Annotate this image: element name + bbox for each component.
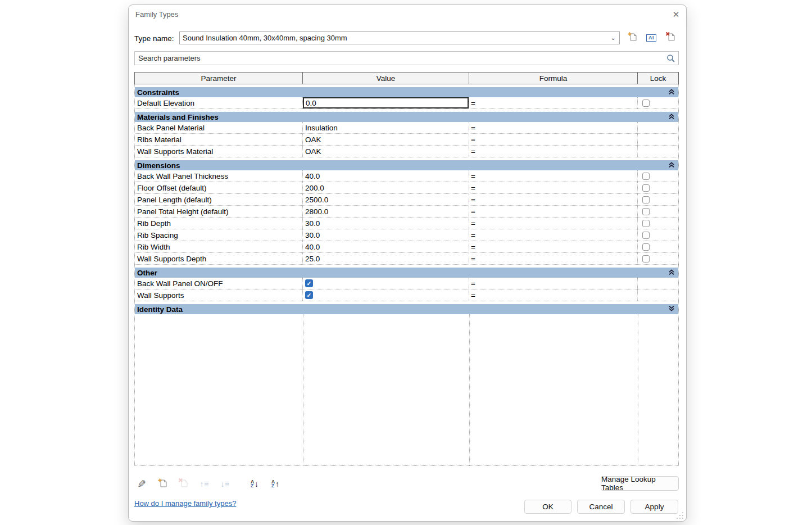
collapse-section-icon[interactable] <box>668 268 675 278</box>
parameter-name-cell[interactable]: Wall Supports Depth <box>135 253 303 264</box>
lock-checkbox[interactable] <box>642 255 650 262</box>
lock-checkbox[interactable] <box>642 243 650 251</box>
formula-cell[interactable]: = <box>469 229 638 241</box>
sort-descending-button[interactable]: AZ↑ <box>269 477 282 491</box>
parameter-name-cell[interactable]: Back Wall Panel Thickness <box>135 170 303 182</box>
cancel-button[interactable]: Cancel <box>577 500 625 514</box>
resize-grip[interactable] <box>677 512 683 519</box>
parameter-name-cell[interactable]: Default Elevation <box>135 97 303 108</box>
rename-type-button[interactable]: AI <box>645 31 658 44</box>
search-input[interactable] <box>135 54 664 62</box>
formula-cell[interactable]: = <box>469 289 638 301</box>
value-cell[interactable]: 30.0 <box>303 229 469 241</box>
formula-cell[interactable]: = <box>469 218 638 229</box>
parameter-name-cell[interactable]: Ribs Material <box>135 134 303 145</box>
parameter-name-cell[interactable]: Floor Offset (default) <box>135 182 303 193</box>
lock-checkbox[interactable] <box>642 232 650 239</box>
ok-button[interactable]: OK <box>524 500 571 514</box>
value-edit-field[interactable]: 0.0 <box>303 97 469 108</box>
parameter-name-cell[interactable]: Panel Total Height (default) <box>135 206 303 217</box>
lock-cell <box>638 194 678 205</box>
formula-cell[interactable]: = <box>469 241 638 252</box>
parameter-toolbar: ✎ ↑↓AZ↓AZ↑ <box>135 475 282 493</box>
parameter-name-cell[interactable]: Back Panel Material <box>135 122 303 133</box>
value-cell[interactable]: OAK <box>303 134 469 145</box>
new-parameter-button[interactable] <box>156 477 169 491</box>
formula-cell[interactable]: = <box>469 194 638 205</box>
help-link[interactable]: How do I manage family types? <box>134 499 236 508</box>
value-checkbox[interactable]: ✓ <box>305 291 313 299</box>
type-name-value: Sound Insulation 40mm, 30x40mm, spacing … <box>180 34 607 42</box>
value-cell[interactable]: 2800.0 <box>303 206 469 217</box>
delete-type-icon <box>665 31 676 44</box>
parameter-name-cell[interactable]: Panel Length (default) <box>135 194 303 205</box>
value-cell[interactable]: 40.0 <box>303 241 469 252</box>
expand-section-icon[interactable] <box>668 304 675 314</box>
formula-cell[interactable]: = <box>469 253 638 264</box>
collapse-section-icon[interactable] <box>668 160 675 170</box>
value-cell[interactable]: Insulation <box>303 122 469 133</box>
parameter-name-cell[interactable]: Back Wall Panel ON/OFF <box>135 278 303 289</box>
lock-checkbox[interactable] <box>642 220 650 227</box>
section-header[interactable]: Constraints <box>135 87 678 97</box>
section-title: Identity Data <box>137 305 668 314</box>
search-icon[interactable] <box>664 54 678 63</box>
section-header[interactable]: Dimensions <box>135 160 678 170</box>
parameter-name-cell[interactable]: Wall Supports Material <box>135 146 303 157</box>
lock-cell <box>638 170 678 182</box>
column-header-formula[interactable]: Formula <box>469 73 638 84</box>
value-cell[interactable]: 40.0 <box>303 170 469 182</box>
value-cell[interactable]: ✓ <box>303 278 469 289</box>
value-cell[interactable]: 0.0 <box>303 97 469 108</box>
value-cell[interactable]: 200.0 <box>303 182 469 193</box>
lock-checkbox[interactable] <box>642 184 650 192</box>
lock-checkbox[interactable] <box>642 196 650 203</box>
value-cell[interactable]: 2500.0 <box>303 194 469 205</box>
formula-cell[interactable]: = <box>469 122 638 133</box>
section-title: Dimensions <box>137 161 668 170</box>
collapse-section-icon[interactable] <box>668 112 675 122</box>
formula-cell[interactable]: = <box>469 170 638 182</box>
value-cell[interactable]: 25.0 <box>303 253 469 264</box>
sort-ascending-button[interactable]: AZ↓ <box>248 477 261 491</box>
formula-cell[interactable]: = <box>469 146 638 157</box>
edit-parameter-button[interactable]: ✎ <box>135 477 148 491</box>
section-header[interactable]: Identity Data <box>135 304 678 314</box>
value-checkbox[interactable]: ✓ <box>305 279 313 287</box>
chevron-down-icon[interactable]: ⌄ <box>607 34 619 42</box>
lock-checkbox[interactable] <box>642 99 650 107</box>
lock-cell <box>638 122 678 133</box>
parameter-name-cell[interactable]: Rib Spacing <box>135 229 303 241</box>
lock-cell <box>638 278 678 289</box>
parameter-name-cell[interactable]: Rib Width <box>135 241 303 252</box>
collapse-section-icon[interactable] <box>668 87 675 97</box>
value-cell[interactable]: ✓ <box>303 289 469 301</box>
column-header-lock[interactable]: Lock <box>638 73 678 84</box>
apply-button[interactable]: Apply <box>630 500 678 514</box>
column-divider <box>469 314 470 465</box>
delete-type-button[interactable] <box>664 31 677 44</box>
close-icon[interactable]: ✕ <box>668 7 684 22</box>
formula-cell[interactable]: = <box>469 206 638 217</box>
section-header[interactable]: Other <box>135 268 678 278</box>
formula-cell[interactable]: = <box>469 278 638 289</box>
table-empty-area <box>135 314 678 465</box>
lock-checkbox[interactable] <box>642 173 650 180</box>
lock-cell <box>638 289 678 301</box>
table-row: Rib Spacing30.0= <box>135 229 678 241</box>
new-type-button[interactable] <box>625 31 639 44</box>
lock-checkbox[interactable] <box>642 208 650 215</box>
section-header[interactable]: Materials and Finishes <box>135 112 678 122</box>
column-header-parameter[interactable]: Parameter <box>135 73 303 84</box>
type-name-combobox[interactable]: Sound Insulation 40mm, 30x40mm, spacing … <box>179 31 620 44</box>
parameter-name-cell[interactable]: Wall Supports <box>135 289 303 301</box>
column-header-value[interactable]: Value <box>303 73 469 84</box>
formula-cell[interactable]: = <box>469 182 638 193</box>
manage-lookup-tables-button[interactable]: Manage Lookup Tables <box>601 476 679 491</box>
table-row: Wall Supports✓= <box>135 289 678 301</box>
parameter-name-cell[interactable]: Rib Depth <box>135 218 303 229</box>
formula-cell[interactable]: = <box>469 97 638 108</box>
formula-cell[interactable]: = <box>469 134 638 145</box>
value-cell[interactable]: OAK <box>303 146 469 157</box>
value-cell[interactable]: 30.0 <box>303 218 469 229</box>
